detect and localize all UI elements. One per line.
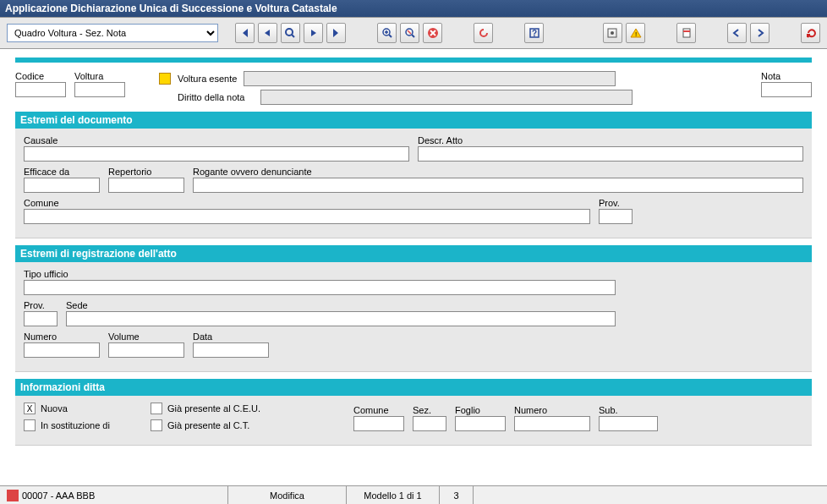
ditta-foglio-field[interactable]	[455, 416, 506, 431]
prov-field[interactable]	[599, 209, 633, 224]
nota-label: Nota	[761, 71, 812, 81]
ditta-sub-label: Sub.	[599, 405, 658, 415]
sede-label: Sede	[66, 300, 616, 310]
ct-checkbox[interactable]	[151, 419, 162, 431]
voltura-esente-label: Voltura esente	[178, 74, 237, 84]
ditta-numero-label: Numero	[514, 405, 590, 415]
ditta-sub-field[interactable]	[599, 416, 658, 431]
status-record-icon	[7, 490, 19, 501]
rogante-label: Rogante ovvero denunciante	[193, 167, 803, 177]
delete-icon[interactable]	[423, 23, 442, 43]
sede-field[interactable]	[66, 311, 616, 326]
status-model: Modello 1 di 1	[347, 486, 440, 504]
search-icon[interactable]	[281, 23, 300, 43]
descr-atto-label: Descr. Atto	[418, 135, 803, 145]
toolbar: Quadro Voltura - Sez. Nota ? !	[0, 17, 827, 49]
status-bar: 00007 - AAA BBB Modifica Modello 1 di 1 …	[0, 485, 827, 504]
ditta-sez-field[interactable]	[413, 416, 446, 431]
rogante-field[interactable]	[193, 178, 803, 193]
next-record-icon[interactable]	[304, 23, 323, 43]
ceu-label: Già presente al C.E.U.	[167, 403, 260, 414]
ct-label: Già presente al C.T.	[167, 420, 249, 430]
status-record: 00007 - AAA BBB	[22, 490, 95, 501]
svg-text:?: ?	[532, 29, 537, 38]
riferimento-field	[244, 71, 616, 86]
tipo-ufficio-label: Tipo ufficio	[24, 269, 616, 279]
last-record-icon[interactable]	[326, 23, 346, 43]
settings-icon[interactable]	[603, 23, 622, 43]
edit-icon[interactable]	[400, 23, 419, 43]
diritto-field[interactable]	[260, 90, 633, 105]
nuova-checkbox[interactable]: X	[24, 403, 36, 414]
repertorio-label: Repertorio	[108, 167, 184, 177]
ceu-checkbox[interactable]	[151, 403, 162, 414]
causale-field[interactable]	[24, 146, 409, 162]
svg-point-7	[611, 31, 614, 35]
zoom-in-icon[interactable]	[377, 23, 397, 43]
diritto-label: Diritto della nota	[178, 92, 254, 102]
section-estremi-documento: Estremi del documento	[15, 112, 812, 129]
reg-prov-label: Prov.	[24, 300, 58, 310]
ditta-comune-field[interactable]	[353, 416, 404, 431]
undo-icon[interactable]	[801, 23, 820, 43]
section-informazioni-ditta: Informazioni ditta	[15, 379, 812, 396]
ditta-numero-field[interactable]	[514, 416, 590, 431]
refresh-icon[interactable]	[474, 23, 493, 43]
svg-point-0	[286, 29, 293, 36]
nota-field	[761, 82, 812, 97]
export-icon[interactable]	[676, 23, 696, 43]
ditta-foglio-label: Foglio	[455, 405, 506, 415]
nuova-label: Nuova	[41, 403, 68, 414]
numero-field[interactable]	[24, 342, 100, 358]
sostituzione-label: In sostituzione di	[41, 420, 110, 430]
comune-label: Comune	[24, 198, 590, 208]
nav-left-icon[interactable]	[727, 23, 747, 43]
ditta-comune-label: Comune	[353, 405, 404, 415]
warning-icon[interactable]: !	[626, 23, 645, 43]
voltura-esente-marker	[159, 73, 171, 85]
comune-field[interactable]	[24, 209, 590, 224]
section-estremi-registrazione: Estremi di registrazione dell'atto	[15, 245, 812, 262]
data-label: Data	[193, 331, 269, 342]
volume-field[interactable]	[108, 342, 184, 358]
tipo-ufficio-field[interactable]	[24, 280, 616, 295]
codice-label: Codice	[15, 71, 66, 81]
first-record-icon[interactable]	[235, 23, 255, 43]
svg-text:!: !	[634, 30, 636, 38]
voltura-label: Voltura	[74, 71, 125, 81]
ditta-sez-label: Sez.	[413, 405, 446, 415]
repertorio-field[interactable]	[108, 178, 184, 193]
numero-label: Numero	[24, 331, 100, 342]
status-page: 3	[440, 486, 474, 504]
prov-label: Prov.	[599, 198, 633, 208]
efficace-field[interactable]	[24, 178, 100, 193]
nav-right-icon[interactable]	[750, 23, 769, 43]
status-mode: Modifica	[228, 486, 347, 504]
section-dropdown[interactable]: Quadro Voltura - Sez. Nota	[7, 24, 218, 42]
reg-prov-field	[24, 311, 58, 326]
top-accent-bar	[15, 58, 812, 63]
descr-atto-field[interactable]	[418, 146, 803, 162]
help-icon[interactable]: ?	[524, 23, 544, 43]
prev-record-icon[interactable]	[258, 23, 277, 43]
svg-rect-9	[683, 29, 690, 37]
sostituzione-checkbox[interactable]	[24, 419, 36, 431]
window-title: Applicazione Dichiarazione Unica di Succ…	[0, 0, 827, 17]
volume-label: Volume	[108, 331, 184, 342]
efficace-label: Efficace da	[24, 167, 100, 177]
causale-label: Causale	[24, 135, 409, 145]
voltura-field	[74, 82, 125, 97]
codice-field	[15, 82, 66, 97]
data-field[interactable]	[193, 342, 269, 358]
